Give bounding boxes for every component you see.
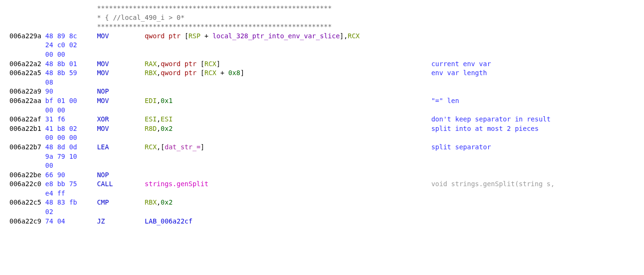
address[interactable]: 006a22c5 <box>9 198 45 207</box>
operands[interactable]: EDI,0x1 <box>145 96 432 106</box>
eol-comment: env var length <box>431 69 487 78</box>
code-bytes: 00 <box>45 161 97 171</box>
operand-token: qword ptr <box>161 60 200 68</box>
operand-token: + <box>216 69 228 77</box>
code-bytes: bf 01 00 <box>45 96 97 106</box>
disasm-row[interactable]: 006a229a48 89 8cMOVqword ptr [RSP + loca… <box>9 32 644 41</box>
operands[interactable]: RAX,qword ptr [RCX] <box>145 60 432 69</box>
disasm-row-cont: 02 <box>9 207 644 217</box>
operand-token: RAX <box>145 60 157 68</box>
mnemonic: MOV <box>97 96 144 106</box>
operands[interactable]: RCX,[dat_str_=] <box>145 143 432 152</box>
eol-comment: don't keep separator in result <box>431 115 551 124</box>
address[interactable]: 006a22be <box>9 171 45 180</box>
operand-token: ] <box>201 143 204 151</box>
operand-token: [ <box>161 143 164 151</box>
disasm-row[interactable]: 006a22b748 8d 0dLEARCX,[dat_str_=]split … <box>9 143 644 152</box>
banner-comment-text: local_490_i > 0 <box>121 13 180 23</box>
mnemonic: NOP <box>97 87 144 96</box>
address[interactable]: 006a22c9 <box>9 217 45 226</box>
operand-token: ESI <box>145 115 157 123</box>
eol-comment: void strings.genSplit(string s, <box>431 180 554 189</box>
operands[interactable] <box>145 87 432 96</box>
operands[interactable] <box>145 171 432 180</box>
address[interactable]: 006a22af <box>9 115 45 124</box>
eol-comment: "=" len <box>431 96 459 106</box>
address[interactable]: 006a22a5 <box>9 69 45 78</box>
mnemonic: JZ <box>97 217 144 226</box>
banner-comment-pre: * { // <box>97 13 121 23</box>
disasm-row[interactable]: 006a22c0e8 bb 75CALLstrings.genSplitvoid… <box>9 180 644 189</box>
code-bytes: 74 04 <box>45 217 97 226</box>
disasm-row[interactable]: 006a22aabf 01 00MOVEDI,0x1"=" len <box>9 96 644 106</box>
disasm-row[interactable]: 006a22b141 b8 02MOVR8D,0x2split into at … <box>9 124 644 134</box>
code-bytes: 41 b8 02 <box>45 124 97 134</box>
disasm-row-cont: 9a 79 10 <box>9 152 644 162</box>
address[interactable]: 006a22b7 <box>9 143 45 152</box>
banner-stars-top: ****************************************… <box>97 4 331 13</box>
address[interactable]: 006a22a9 <box>9 87 45 96</box>
disasm-row[interactable]: 006a22be66 90NOP <box>9 171 644 180</box>
address[interactable]: 006a22c0 <box>9 180 45 189</box>
operand-token: EDI <box>145 97 157 104</box>
code-bytes: e8 bb 75 <box>45 180 97 189</box>
operand-token: + <box>201 32 212 40</box>
code-bytes: 24 c0 02 <box>45 41 97 50</box>
operand-token: RCX <box>204 60 216 68</box>
address[interactable]: 006a22b1 <box>9 124 45 134</box>
banner-stars-bot: ****************************************… <box>97 22 331 32</box>
operands[interactable]: RBX,0x2 <box>145 198 432 207</box>
operand-token: 0x2 <box>161 125 172 132</box>
disasm-row[interactable]: 006a22c548 83 fbCMPRBX,0x2 <box>9 198 644 207</box>
mnemonic: LEA <box>97 143 144 152</box>
operand-token: strings.genSplit <box>145 180 209 188</box>
mnemonic: CMP <box>97 198 144 207</box>
disasm-row-cont: 00 <box>9 161 644 171</box>
code-bytes: 90 <box>45 87 97 96</box>
banner-row: ****************************************… <box>9 22 644 32</box>
address[interactable]: 006a229a <box>9 32 45 41</box>
operand-token: ] <box>240 69 244 77</box>
disasm-row[interactable]: 006a22a248 8b 01MOVRAX,qword ptr [RCX]cu… <box>9 60 644 69</box>
mnemonic: XOR <box>97 115 144 124</box>
code-bytes: 00 00 00 <box>45 133 97 143</box>
address[interactable]: 006a22aa <box>9 96 45 106</box>
operands[interactable]: R8D,0x2 <box>145 124 432 134</box>
code-bytes: 00 00 <box>45 50 97 60</box>
operands[interactable]: qword ptr [RSP + local_328_ptr_into_env_… <box>145 32 432 41</box>
disasm-row-cont: 24 c0 02 <box>9 41 644 50</box>
operand-token: ] <box>216 60 220 68</box>
mnemonic: MOV <box>97 32 144 41</box>
code-bytes: 48 8b 59 <box>45 69 97 78</box>
operand-token: RCX <box>204 69 216 77</box>
address[interactable]: 006a22a2 <box>9 60 45 69</box>
operand-token: ] <box>340 32 344 40</box>
disasm-row[interactable]: 006a22a990NOP <box>9 87 644 96</box>
code-bytes: 48 89 8c <box>45 32 97 41</box>
operand-token: [ <box>201 60 204 68</box>
operands[interactable]: ESI,ESI <box>145 115 432 124</box>
code-bytes: 02 <box>45 207 97 217</box>
disasm-row-cont: 08 <box>9 78 644 87</box>
operands[interactable]: strings.genSplit <box>145 180 432 189</box>
code-bytes: 48 8d 0d <box>45 143 97 152</box>
operands[interactable]: RBX,qword ptr [RCX + 0x8] <box>145 69 432 78</box>
mnemonic: MOV <box>97 69 144 78</box>
banner-row: ****************************************… <box>9 4 644 13</box>
operand-token: qword ptr <box>161 69 200 77</box>
operand-token: dat_str_= <box>165 143 201 151</box>
code-bytes: 48 83 fb <box>45 198 97 207</box>
code-bytes: 31 f6 <box>45 115 97 124</box>
code-bytes: 48 8b 01 <box>45 60 97 69</box>
operand-token: local_328_ptr_into_env_var_slice <box>212 32 340 40</box>
operand-token: qword ptr <box>145 32 185 40</box>
eol-comment: split into at most 2 pieces <box>431 124 539 134</box>
disasm-row[interactable]: 006a22a548 8b 59MOVRBX,qword ptr [RCX + … <box>9 69 644 78</box>
disasm-row[interactable]: 006a22c974 04JZLAB_006a22cf <box>9 217 644 226</box>
operand-token: 0x1 <box>161 97 172 104</box>
operand-token: [ <box>201 69 204 77</box>
operand-token: ESI <box>161 115 172 123</box>
operands[interactable]: LAB_006a22cf <box>145 217 432 226</box>
disasm-row[interactable]: 006a22af31 f6XORESI,ESIdon't keep separa… <box>9 115 644 124</box>
disassembly-listing[interactable]: ****************************************… <box>0 0 644 230</box>
